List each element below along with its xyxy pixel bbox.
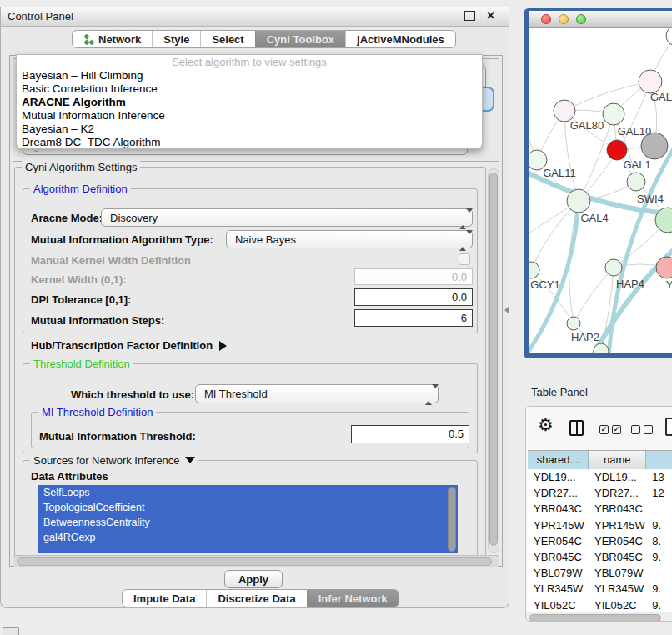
network-node-gcy1[interactable] bbox=[529, 262, 539, 278]
table-cell: YBR043C bbox=[589, 501, 646, 517]
attribute-item-gal4rgexp[interactable]: gal4RGexp bbox=[38, 530, 458, 545]
tab-network[interactable]: Network bbox=[73, 31, 152, 48]
tab-style[interactable]: Style bbox=[152, 31, 200, 48]
table-cell bbox=[646, 565, 672, 581]
dropdown-item-mutual-information-inference[interactable]: Mutual Information Inference bbox=[17, 109, 482, 122]
network-node[interactable] bbox=[666, 28, 672, 46]
table-cell: 9. bbox=[646, 581, 672, 597]
network-node[interactable] bbox=[639, 70, 662, 93]
table-row[interactable]: YDL19...YDL19...13 bbox=[528, 469, 672, 485]
panel-collapse-handle[interactable] bbox=[504, 306, 509, 314]
dropdown-item-dream8-dc-tdc-algorithm[interactable]: Dream8 DC_TDC Algorithm bbox=[17, 136, 482, 149]
which-threshold-select[interactable]: MI Threshold bbox=[195, 384, 439, 403]
unchecked-checkbox-icon[interactable] bbox=[631, 425, 640, 434]
close-icon[interactable]: ✕ bbox=[486, 9, 495, 22]
aracne-mode-select[interactable]: Discovery bbox=[101, 208, 473, 227]
network-node[interactable] bbox=[607, 140, 627, 160]
dropdown-item-basic-correlation-inference[interactable]: Basic Correlation Inference bbox=[17, 82, 482, 96]
control-panel-titlebar[interactable]: Control Panel ✕ bbox=[1, 7, 509, 27]
dpi-tolerance-label: DPI Tolerance [0,1]: bbox=[31, 293, 131, 306]
table-row[interactable]: YBR045CYBR045C9. bbox=[528, 549, 672, 565]
network-window-titlebar[interactable] bbox=[529, 11, 672, 28]
tab-select[interactable]: Select bbox=[200, 31, 254, 48]
node-label-gal4: GAL4 bbox=[580, 212, 608, 224]
table-row[interactable]: YBR043CYBR043C bbox=[528, 501, 672, 517]
manual-kernel-width-checkbox[interactable] bbox=[459, 253, 470, 265]
table-row[interactable]: YER054CYER054C8. bbox=[528, 533, 672, 549]
mi-threshold-label: Mutual Information Threshold: bbox=[39, 430, 196, 442]
tab-infer-network[interactable]: Infer Network bbox=[307, 590, 399, 607]
table-row[interactable]: YLR345WYLR345W9. bbox=[528, 581, 672, 597]
tab-impute-data[interactable]: Impute Data bbox=[123, 590, 206, 607]
sources-legend[interactable]: Sources for Network Inference bbox=[30, 454, 198, 467]
dpi-tolerance-input[interactable]: 0.0 bbox=[354, 288, 473, 306]
tab-cyni-toolbox[interactable]: Cyni Toolbox bbox=[255, 31, 345, 48]
close-traffic-light[interactable] bbox=[541, 14, 551, 24]
split-columns-icon[interactable] bbox=[569, 420, 584, 436]
table-row[interactable]: YPR145WYPR145W9. bbox=[528, 518, 672, 533]
node-label-swi4: SWI4 bbox=[637, 192, 664, 205]
network-canvas[interactable]: GAL80GAL10GAL11GAL1GAL4SWI4GCY1HAP4YHAP2… bbox=[529, 28, 672, 352]
mi-steps-input[interactable]: 6 bbox=[354, 309, 473, 327]
kernel-width-input[interactable]: 0.0 bbox=[354, 268, 473, 285]
mi-algorithm-type-select[interactable]: Naive Bayes bbox=[226, 230, 473, 248]
dropdown-item-bayesian-hill-climbing[interactable]: Bayesian – Hill Climbing bbox=[17, 69, 482, 82]
table-cell: YBL079W bbox=[528, 565, 589, 581]
hub-definition-disclosure[interactable]: Hub/Transcription Factor Definition bbox=[31, 339, 227, 352]
gear-icon[interactable]: ⚙ bbox=[538, 415, 554, 435]
node-label-hap4: HAP4 bbox=[616, 278, 644, 290]
stepper-icon bbox=[459, 234, 466, 247]
minimize-traffic-light[interactable] bbox=[559, 14, 569, 24]
dropdown-item-bayesian-k2[interactable]: Bayesian – K2 bbox=[17, 122, 482, 136]
table-row[interactable]: YBL079WYBL079W bbox=[528, 565, 672, 581]
table-body: YDL19...YDL19...13YDR27...YDR27...12YBR0… bbox=[528, 469, 672, 612]
node-label-gal11: GAL11 bbox=[543, 167, 576, 179]
document-icon[interactable] bbox=[665, 418, 672, 436]
column-header-name[interactable]: name bbox=[589, 451, 646, 469]
data-attributes-label: Data Attributes bbox=[31, 470, 108, 482]
settings-horizontal-scrollbar[interactable] bbox=[13, 555, 499, 568]
attribute-list-scrollbar[interactable] bbox=[448, 487, 456, 552]
float-window-icon[interactable] bbox=[464, 11, 475, 21]
attribute-item-betweennesscentrality[interactable]: BetweennessCentrality bbox=[38, 515, 458, 530]
network-node-gal4[interactable] bbox=[567, 189, 590, 212]
algorithm-definition-legend: Algorithm Definition bbox=[30, 182, 131, 195]
network-node-y[interactable] bbox=[656, 257, 672, 278]
checked-checkbox-icon[interactable]: ✓ bbox=[599, 425, 609, 434]
column-header-shared[interactable]: shared... bbox=[528, 451, 589, 469]
node-label-hap2: HAP2 bbox=[571, 331, 599, 343]
tab-jactivemnodules[interactable]: jActiveMNodules bbox=[345, 31, 455, 48]
table-cell: YDR27... bbox=[528, 485, 589, 501]
table-row[interactable]: YIL052CYIL052C9. bbox=[528, 598, 672, 613]
table-cell: 9. bbox=[646, 598, 672, 613]
table-row[interactable]: YDR27...YDR27...12 bbox=[528, 485, 672, 501]
table-toolbar: ⚙ ✓ ✓ bbox=[526, 407, 672, 450]
network-node-hap2[interactable] bbox=[567, 317, 580, 330]
unchecked-checkbox-icon[interactable] bbox=[644, 425, 653, 434]
mi-threshold-definition-legend: MI Threshold Definition bbox=[38, 406, 156, 418]
network-node-hap4[interactable] bbox=[605, 259, 622, 276]
table-cell: YIL052C bbox=[589, 598, 646, 613]
cyni-algorithm-settings-legend: Cyni Algorithm Settings bbox=[22, 161, 140, 173]
mi-threshold-input[interactable]: 0.5 bbox=[351, 425, 469, 443]
manual-kernel-width-label: Manual Kernel Width Definition bbox=[31, 254, 191, 267]
dropdown-item-aracne-algorithm[interactable]: ARACNE Algorithm bbox=[17, 96, 482, 109]
table-cell: YBR045C bbox=[589, 549, 646, 565]
network-node-gal10[interactable] bbox=[603, 103, 624, 125]
attribute-item-topologicalcoefficient[interactable]: TopologicalCoefficient bbox=[38, 500, 458, 515]
table-cell: YLR345W bbox=[528, 581, 589, 597]
network-node-gal1[interactable] bbox=[627, 172, 645, 191]
zoom-traffic-light[interactable] bbox=[576, 14, 586, 24]
attribute-item-selfloops[interactable]: SelfLoops bbox=[38, 485, 458, 500]
docked-panel-icon[interactable] bbox=[3, 628, 19, 635]
threshold-definition-legend: Threshold Definition bbox=[30, 358, 133, 370]
apply-button[interactable]: Apply bbox=[224, 570, 283, 588]
data-attributes-list[interactable]: SelfLoopsTopologicalCoefficientBetweenne… bbox=[38, 485, 458, 553]
table-cell: YER054C bbox=[589, 533, 646, 549]
network-node[interactable] bbox=[594, 343, 609, 352]
column-header-hidden[interactable] bbox=[646, 451, 672, 469]
table-horizontal-scrollbar[interactable] bbox=[526, 612, 672, 622]
settings-vertical-scrollbar[interactable] bbox=[488, 168, 499, 553]
tab-discretize-data[interactable]: Discretize Data bbox=[206, 590, 306, 607]
checked-checkbox-icon[interactable]: ✓ bbox=[612, 425, 621, 434]
